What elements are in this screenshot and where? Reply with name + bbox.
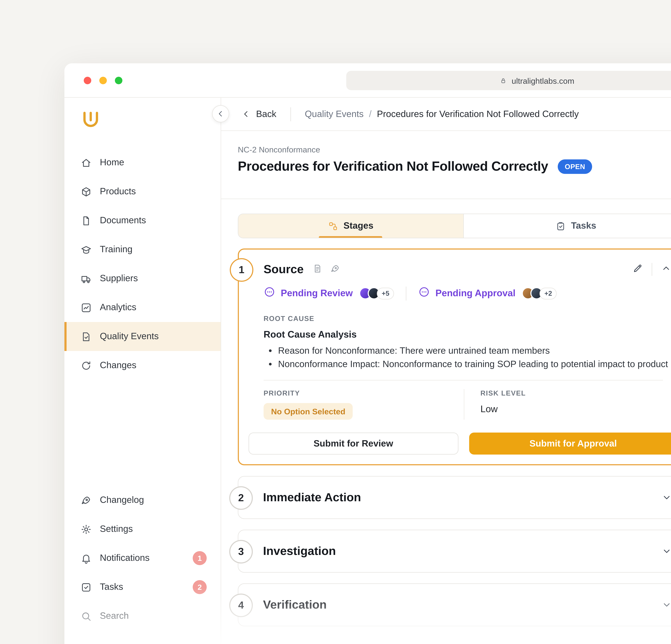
sidebar-item-suppliers[interactable]: Suppliers (64, 264, 220, 293)
status-label: Pending Review (281, 288, 353, 299)
reviewer-avatars: +5 (359, 287, 394, 299)
screen: ultralightlabs.com Home (0, 0, 671, 644)
sidebar-item-quality-events[interactable]: Quality Events (64, 322, 220, 351)
sidebar-item-changes[interactable]: Changes (64, 351, 220, 380)
refresh-icon (80, 360, 92, 371)
stage-card-immediate-action[interactable]: 2 Immediate Action (238, 476, 671, 519)
stage-number: 4 (229, 594, 253, 617)
divider (290, 107, 291, 121)
divider (464, 389, 464, 420)
divider (652, 263, 652, 276)
pending-approval-status[interactable]: Pending Approval (418, 286, 516, 300)
browser-chrome: ultralightlabs.com (64, 63, 671, 98)
address-bar[interactable]: ultralightlabs.com (346, 71, 671, 90)
bell-icon (80, 553, 92, 564)
status-label: Pending Approval (435, 288, 516, 299)
priority-label: PRIORITY (264, 389, 464, 397)
stage-title: Immediate Action (263, 490, 361, 504)
checkbox-icon (80, 581, 92, 593)
sidebar-item-products[interactable]: Products (64, 177, 220, 206)
stage-status-row: Pending Review +5 Pend (264, 286, 671, 300)
breadcrumb-separator: / (369, 109, 371, 119)
submit-for-approval-button[interactable]: Submit for Approval (469, 433, 671, 454)
sidebar-item-label: Products (100, 186, 136, 197)
sidebar-item-label: Suppliers (100, 273, 138, 284)
avatar-overflow-count[interactable]: +2 (540, 287, 557, 299)
app-logo[interactable] (80, 110, 220, 148)
sidebar-item-label: Notifications (100, 553, 150, 564)
root-cause-item: Nonconformance Impact: Nonconformance to… (278, 358, 671, 371)
close-window-button[interactable] (84, 76, 91, 84)
back-label: Back (256, 109, 276, 119)
edit-icon[interactable] (632, 263, 643, 276)
rocket-icon[interactable] (330, 263, 340, 275)
chevron-down-icon[interactable] (661, 492, 671, 503)
metrics-row: PRIORITY No Option Selected RISK LEVEL L… (264, 389, 671, 420)
chevron-down-icon[interactable] (661, 600, 671, 610)
tasks-badge: 2 (193, 580, 207, 594)
graduation-cap-icon (80, 244, 92, 255)
sidebar-item-label: Settings (100, 524, 133, 534)
pending-review-status[interactable]: Pending Review (264, 286, 353, 300)
root-cause-item: Reason for Nonconformance: There were un… (278, 344, 671, 358)
approver-avatars: +2 (522, 287, 557, 299)
sidebar-item-search[interactable]: Search (64, 602, 220, 631)
sidebar-item-label: Home (100, 157, 124, 168)
risk-metric: RISK LEVEL Low (480, 389, 671, 420)
note-icon[interactable] (312, 263, 322, 275)
sidebar-collapse-button[interactable] (212, 105, 229, 123)
submit-for-review-button[interactable]: Submit for Review (249, 433, 458, 454)
sidebar-item-label: Tasks (100, 582, 123, 592)
sidebar-nav: Home Products Documents Training (64, 148, 220, 380)
page-title: Procedures for Verification Not Followed… (238, 159, 548, 174)
risk-level-value: Low (480, 403, 671, 415)
stage-title: Source (264, 262, 304, 276)
priority-metric: PRIORITY No Option Selected (264, 389, 464, 420)
url-text: ultralightlabs.com (512, 76, 574, 85)
stage-header[interactable]: Source (264, 262, 671, 276)
stage-card-investigation[interactable]: 3 Investigation (238, 530, 671, 572)
root-cause-list: Reason for Nonconformance: There were un… (264, 344, 671, 371)
zoom-window-button[interactable] (115, 76, 123, 84)
sidebar-item-settings[interactable]: Settings (64, 515, 220, 544)
record-id: NC-2 Nonconformance (238, 145, 671, 154)
root-cause-title: Root Cause Analysis (264, 329, 671, 340)
stage-title: Verification (263, 598, 327, 612)
truck-icon (80, 273, 92, 284)
priority-value-chip[interactable]: No Option Selected (264, 403, 353, 420)
chevron-up-icon[interactable] (661, 263, 671, 276)
sidebar: Home Products Documents Training (64, 98, 221, 644)
sidebar-item-tasks[interactable]: Tasks 2 (64, 572, 220, 602)
clipboard-icon (555, 221, 566, 231)
sidebar-item-training[interactable]: Training (64, 235, 220, 264)
breadcrumb-bar: Back Quality Events / Procedures for Ver… (221, 98, 671, 131)
sidebar-item-home[interactable]: Home (64, 148, 220, 177)
tab-stages[interactable]: Stages (238, 214, 463, 238)
stage-card-verification[interactable]: 4 Verification (238, 583, 671, 626)
chevron-down-icon[interactable] (661, 546, 671, 556)
app-shell: Home Products Documents Training (64, 98, 671, 644)
back-button[interactable]: Back (242, 109, 276, 119)
status-badge: OPEN (558, 159, 592, 173)
stage-title: Investigation (263, 544, 336, 558)
avatar-overflow-count[interactable]: +5 (377, 287, 394, 299)
sidebar-item-analytics[interactable]: Analytics (64, 293, 220, 322)
minimize-window-button[interactable] (99, 76, 107, 84)
sidebar-item-label: Changes (100, 360, 136, 371)
browser-window: ultralightlabs.com Home (64, 63, 671, 644)
sidebar-item-label: Search (100, 611, 129, 621)
sidebar-item-documents[interactable]: Documents (64, 206, 220, 235)
stages-column: Stages Tasks 1 Source (238, 214, 671, 626)
dotted-circle-icon (418, 286, 430, 300)
breadcrumb-section[interactable]: Quality Events (305, 109, 364, 119)
home-icon (80, 157, 92, 168)
sidebar-item-notifications[interactable]: Notifications 1 (64, 544, 220, 572)
tab-tasks[interactable]: Tasks (463, 214, 671, 238)
sidebar-item-label: Quality Events (100, 331, 159, 342)
stage-card-source: 1 Source (238, 248, 671, 465)
tab-bar: Stages Tasks (238, 214, 671, 238)
sidebar-bottom-nav: Changelog Settings Notifications 1 Tasks (64, 486, 220, 631)
box-icon (80, 186, 92, 197)
page-header: NC-2 Nonconformance Procedures for Verif… (221, 131, 671, 199)
sidebar-item-changelog[interactable]: Changelog (64, 486, 220, 515)
